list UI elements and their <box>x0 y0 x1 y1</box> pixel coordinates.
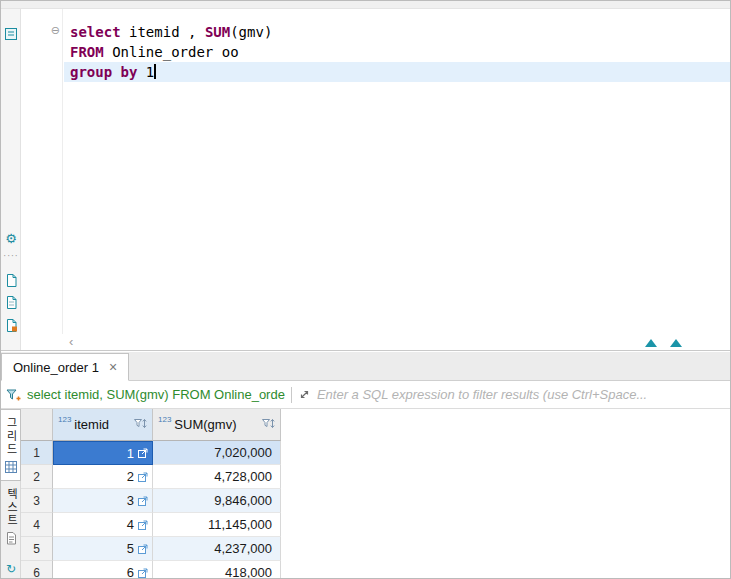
refresh-icon[interactable]: ↻ <box>1 562 21 576</box>
table-row: 4 4 11,145,000 <box>21 513 730 537</box>
reference-link-icon <box>138 472 148 482</box>
reference-link-icon <box>138 544 148 554</box>
maximize-up-icon[interactable] <box>645 339 657 347</box>
editor-left-toolbar: ⚙ ···· <box>1 9 21 350</box>
cell-gmv[interactable]: 4,728,000 <box>153 465 281 489</box>
open-editor-icon[interactable] <box>1 26 21 45</box>
grid-view-icon <box>5 461 17 473</box>
reference-link-icon <box>138 568 148 578</box>
filter-sort-icon[interactable] <box>261 416 275 434</box>
select-all-corner-cell[interactable] <box>21 409 53 441</box>
table-row: 3 3 9,846,000 <box>21 489 730 513</box>
scroll-left-arrow-icon[interactable]: ‹ <box>69 334 73 349</box>
cell-gmv[interactable]: 7,020,000 <box>153 441 281 465</box>
new-script-icon[interactable] <box>1 295 21 314</box>
cell-itemid[interactable]: 1 <box>53 441 153 465</box>
row-number[interactable]: 2 <box>21 465 53 489</box>
filter-sort-icon[interactable] <box>133 416 147 434</box>
text-view-label: 텍스트 <box>6 488 17 527</box>
results-filter-bar: select itemid, SUM(gmv) FROM Online_orde <box>1 381 730 409</box>
table-row: 6 6 418,000 <box>21 561 730 578</box>
tab-close-icon[interactable]: × <box>109 360 117 374</box>
table-row: 5 5 4,237,000 <box>21 537 730 561</box>
results-panel: Online_order 1 × select itemid, SUM(gmv)… <box>1 352 730 578</box>
tab-label: Online_order 1 <box>13 360 99 375</box>
row-number[interactable]: 4 <box>21 513 53 537</box>
row-number[interactable]: 6 <box>21 561 53 578</box>
numeric-type-badge: 123 <box>158 415 171 424</box>
numeric-type-badge: 123 <box>58 415 71 424</box>
column-label: SUM(gmv) <box>174 417 236 432</box>
row-number[interactable]: 3 <box>21 489 53 513</box>
fold-collapse-icon[interactable]: ⊖ <box>51 24 60 37</box>
cell-gmv[interactable]: 11,145,000 <box>153 513 281 537</box>
filter-expression-input[interactable] <box>317 387 725 402</box>
cell-itemid[interactable]: 5 <box>53 537 153 561</box>
text-caret <box>154 64 156 79</box>
panel-restore-arrows <box>645 339 682 347</box>
cell-itemid[interactable]: 6 <box>53 561 153 578</box>
cell-itemid[interactable]: 2 <box>53 465 153 489</box>
cell-itemid[interactable]: 4 <box>53 513 153 537</box>
code-line-1: select itemid , SUM(gmv) <box>64 22 730 42</box>
row-number[interactable]: 5 <box>21 537 53 561</box>
column-header-itemid[interactable]: 123 itemid <box>53 409 153 441</box>
sql-editor-pane: ⚙ ···· ⊖ select itemid , SUM(gmv) FROM O… <box>1 9 730 351</box>
cell-gmv[interactable]: 418,000 <box>153 561 281 578</box>
reference-link-icon <box>138 520 148 530</box>
code-line-3-current: group by 1 <box>64 62 730 82</box>
column-label: itemid <box>74 417 109 432</box>
cell-itemid[interactable]: 3 <box>53 489 153 513</box>
toolbar-dots-icon: ···· <box>1 251 21 261</box>
code-area[interactable]: select itemid , SUM(gmv) FROM Online_ord… <box>64 9 730 334</box>
cell-gmv[interactable]: 4,237,000 <box>153 537 281 561</box>
script-file-icon[interactable] <box>1 273 21 292</box>
text-view-icon <box>6 532 17 545</box>
active-query-text: select itemid, SUM(gmv) FROM Online_orde <box>27 387 285 402</box>
tab-grid-view[interactable]: 그리드 <box>1 409 21 481</box>
grid-area: 그리드 텍스트 ↻ 123 itemid <box>1 409 730 578</box>
cell-gmv[interactable]: 9,846,000 <box>153 489 281 513</box>
reference-link-icon <box>138 496 148 506</box>
grid-header-row: 123 itemid 123 SUM(gmv) <box>21 409 730 441</box>
save-script-icon[interactable] <box>1 318 21 337</box>
results-tabbar: Online_order 1 × <box>1 352 730 381</box>
column-header-sum-gmv[interactable]: 123 SUM(gmv) <box>153 409 281 441</box>
filter-separator <box>291 387 292 403</box>
editor-horizontal-scrollbar[interactable]: ‹ <box>64 335 730 350</box>
settings-gear-icon[interactable]: ⚙ <box>1 231 21 246</box>
code-line-2: FROM Online_order oo <box>64 42 730 62</box>
tab-text-view[interactable]: 텍스트 <box>1 481 21 552</box>
top-strip <box>1 1 730 9</box>
reference-link-icon <box>138 448 148 458</box>
table-row: 1 1 7,020,000 <box>21 441 730 465</box>
grid-view-label: 그리드 <box>5 417 16 456</box>
editor-gutter: ⊖ <box>22 9 63 334</box>
dbeaver-window: ⚙ ···· ⊖ select itemid , SUM(gmv) FROM O… <box>0 0 731 579</box>
tab-online-order-1[interactable]: Online_order 1 × <box>1 353 129 381</box>
row-number[interactable]: 1 <box>21 441 53 465</box>
collapse-up-icon[interactable] <box>670 339 682 347</box>
result-view-tabs: 그리드 텍스트 ↻ <box>1 409 21 578</box>
filter-icon[interactable] <box>6 388 21 402</box>
open-filter-editor-icon[interactable] <box>298 388 311 401</box>
results-grid: 123 itemid 123 SUM(gmv) <box>21 409 730 578</box>
table-row: 2 2 4,728,000 <box>21 465 730 489</box>
